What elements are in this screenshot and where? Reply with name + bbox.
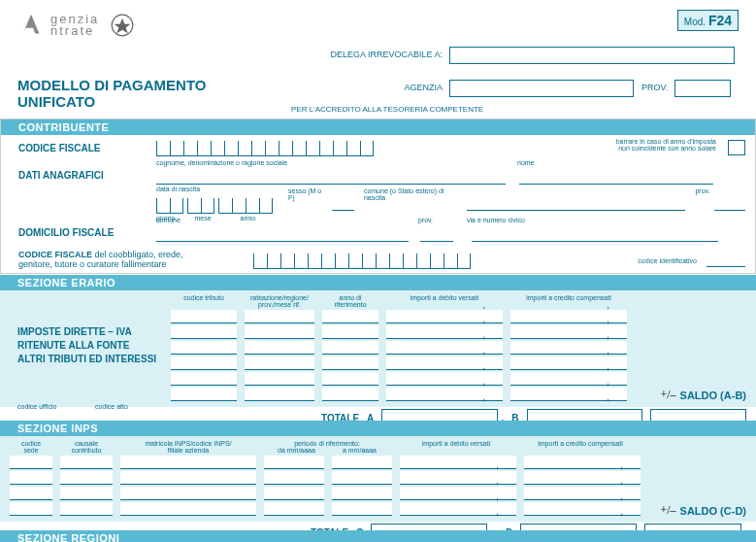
- col-codice-tributo: codice tributo: [171, 294, 237, 308]
- agency-logo: genzia ntrate: [17, 12, 134, 39]
- plus-minus-icon: +/–: [660, 388, 675, 402]
- state-emblem-icon: [111, 14, 134, 37]
- dom-prov-input[interactable]: [420, 228, 453, 242]
- barrare-note: barrare in caso di anno d'imposta non co…: [616, 138, 716, 152]
- delega-label: DELEGA IRREVOCABILE A:: [291, 50, 446, 59]
- col-causale: causale contributo: [60, 440, 113, 454]
- col-anno-rif: anno di riferimento: [322, 294, 378, 308]
- erario-section: SEZIONE ERARIO IMPOSTE DIRETTE – IVA RIT…: [0, 275, 756, 428]
- prov-nascita-label: prov.: [695, 187, 709, 214]
- section-contribuente-bar: CONTRIBUENTE: [1, 119, 755, 135]
- contribuente-section: CONTRIBUENTE CODICE FISCALE barrare in c…: [0, 119, 756, 274]
- mod-badge: Mod. F24: [677, 10, 739, 31]
- mod-code: F24: [708, 13, 732, 28]
- col-rateazione: rateazione/regione/ prov./mese rif.: [245, 294, 314, 308]
- prov-nascita-input[interactable]: [714, 197, 746, 211]
- prov-label: PROV.: [641, 83, 668, 92]
- delega-row: DELEGA IRREVOCABILE A:: [291, 47, 735, 64]
- agenzia-input[interactable]: [449, 80, 634, 97]
- comune-nascita-label: comune (o Stato estero) di nascita: [364, 187, 463, 214]
- via-input[interactable]: [472, 228, 718, 242]
- nome-label: nome: [517, 159, 535, 166]
- cognome-label: cognome, denominazione o ragione sociale: [156, 159, 287, 166]
- delega-input[interactable]: [449, 47, 735, 64]
- title-line-1: MODELLO DI PAGAMENTO: [17, 78, 206, 94]
- section-erario-bar: SEZIONE ERARIO: [0, 275, 756, 290]
- prov-input[interactable]: [674, 80, 731, 97]
- sesso-input[interactable]: [332, 197, 354, 211]
- col-matricola: matricola INPS/codice INPS/ filiale azie…: [120, 440, 256, 454]
- sesso-label: sesso (M o F): [288, 187, 328, 214]
- inps-row[interactable]: [10, 487, 746, 500]
- form-title: MODELLO DI PAGAMENTO UNIFICATO: [17, 78, 206, 110]
- domicilio-fiscale-label: DOMICILIO FISCALE: [1, 227, 156, 238]
- erario-descriptions: IMPOSTE DIRETTE – IVA RITENUTE ALLA FONT…: [17, 325, 156, 366]
- giorno-input[interactable]: [156, 198, 183, 214]
- col-debito: importi a debito versati: [386, 294, 503, 308]
- col-credito: importi a credito compensati: [510, 294, 627, 308]
- cognome-input[interactable]: [156, 171, 506, 185]
- data-nascita-label: data di nascita: [156, 186, 200, 192]
- agenzia-row: AGENZIA PROV.: [291, 80, 731, 97]
- erario-row[interactable]: [171, 325, 746, 339]
- saldo-ab-label: SALDO (A-B): [680, 390, 746, 401]
- inps-row[interactable]: [10, 456, 746, 469]
- inps-section: SEZIONE INPS codice sede causale contrib…: [0, 421, 756, 542]
- agenzia-label: AGENZIA: [291, 83, 446, 92]
- title-line-2: UNIFICATO: [17, 94, 206, 111]
- saldo-cd-label: SALDO (C-D): [680, 505, 746, 517]
- cf-coobbligato-label: CODICE FISCALE del coobbligato, erede, g…: [1, 250, 253, 269]
- col-debito-inps: importi a debito versati: [398, 440, 514, 454]
- codice-identificativo-label: codice identificativo: [638, 257, 697, 264]
- col-periodo: periodo di riferimento:: [264, 440, 390, 447]
- codice-fiscale-label: CODICE FISCALE: [1, 143, 156, 153]
- logo-text-2: ntrate: [50, 25, 99, 37]
- header: genzia ntrate: [0, 0, 756, 43]
- via-label: via e numero civico: [467, 217, 525, 223]
- codice-identificativo-input[interactable]: [707, 254, 745, 267]
- mese-input[interactable]: [187, 198, 214, 214]
- comune-label: comune: [156, 217, 181, 223]
- inps-row[interactable]: [10, 502, 746, 516]
- erario-row[interactable]: [171, 341, 746, 355]
- accredito-note: PER L'ACCREDITO ALLA TESORERIA COMPETENT…: [291, 105, 483, 114]
- col-codice-sede: codice sede: [10, 440, 52, 454]
- inps-row[interactable]: [10, 471, 746, 485]
- section-inps-bar: SEZIONE INPS: [0, 421, 756, 436]
- dati-anagrafici-label: DATI ANAGRAFICI: [1, 170, 156, 181]
- plus-minus-icon: +/–: [660, 503, 675, 518]
- dom-prov-label: prov.: [418, 217, 433, 223]
- nome-input[interactable]: [519, 171, 713, 185]
- erario-row[interactable]: [171, 310, 746, 323]
- anno-input[interactable]: [218, 198, 273, 214]
- erario-row[interactable]: [171, 372, 746, 386]
- erario-row[interactable]: [171, 356, 746, 370]
- logo-e-icon: [17, 12, 45, 39]
- section-regioni-bar: SEZIONE REGIONI: [0, 530, 756, 542]
- comune-input[interactable]: [156, 228, 409, 242]
- anno-imposta-checkbox[interactable]: [728, 140, 745, 155]
- col-credito-inps: importi a credito compensati: [522, 440, 639, 454]
- comune-nascita-input[interactable]: [467, 197, 686, 211]
- mod-label: Mod.: [684, 17, 706, 27]
- regioni-section: SEZIONE REGIONI: [0, 530, 756, 542]
